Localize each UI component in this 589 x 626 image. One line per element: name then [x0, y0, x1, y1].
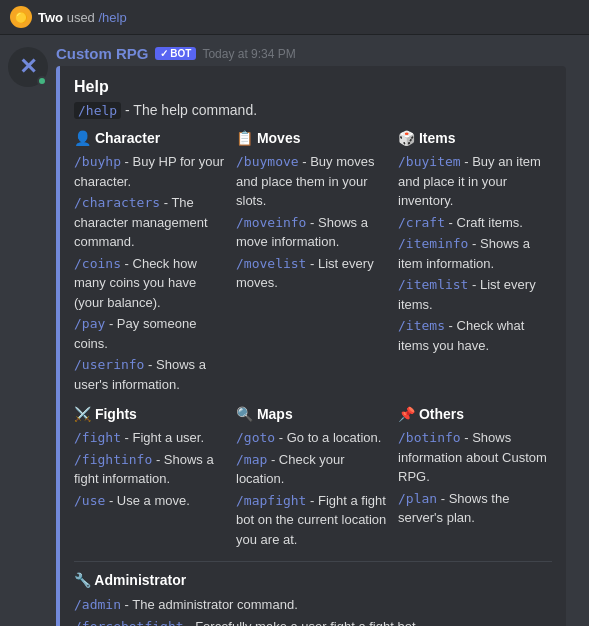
- section-title-maps: 🔍 Maps: [236, 406, 390, 422]
- embed-title: Help: [74, 78, 552, 96]
- username: Two: [38, 10, 63, 25]
- bot-name: Custom RPG: [56, 45, 149, 62]
- bot-avatar: ✕: [8, 47, 48, 87]
- help-command-desc: /help - The help command.: [74, 102, 552, 118]
- section-title-character: 👤 Character: [74, 130, 228, 146]
- section-title-fights: ⚔️ Fights: [74, 406, 228, 422]
- section-title-others: 📌 Others: [398, 406, 552, 422]
- section-item: /pay - Pay someone coins.: [74, 314, 228, 353]
- top-bar-message: Two used /help: [38, 10, 127, 25]
- bot-avatar-icon: ✕: [19, 54, 37, 80]
- command-code: /mapfight: [236, 493, 306, 508]
- section-item: /buyhp - Buy HP for your character.: [74, 152, 228, 191]
- section-item: /craft - Craft items.: [398, 213, 552, 233]
- message-area: ✕ Custom RPG ✓ BOT Today at 9:34 PM Help…: [0, 35, 589, 626]
- command-code: /map: [236, 452, 267, 467]
- admin-item: /forcebotfight - Forcefully make a user …: [74, 616, 552, 626]
- section-item: /fight - Fight a user.: [74, 428, 228, 448]
- section-item: /iteminfo - Shows a item information.: [398, 234, 552, 273]
- admin-item: /admin - The administrator command.: [74, 594, 552, 616]
- command-code: /goto: [236, 430, 275, 445]
- section-item: /coins - Check how many coins you have (…: [74, 254, 228, 313]
- command-code: /buyitem: [398, 154, 461, 169]
- help-embed: Help /help - The help command. 👤 Charact…: [56, 66, 566, 626]
- section-item: /use - Use a move.: [74, 491, 228, 511]
- command-code: /botinfo: [398, 430, 461, 445]
- section-items: 🎲 Items/buyitem - Buy an item and place …: [398, 130, 552, 394]
- section-item: /map - Check your location.: [236, 450, 390, 489]
- admin-cmd-code: /forcebotfight: [74, 619, 184, 626]
- section-maps: 🔍 Maps/goto - Go to a location./map - Ch…: [236, 406, 390, 549]
- section-item: /movelist - List every moves.: [236, 254, 390, 293]
- command-code: /coins: [74, 256, 121, 271]
- bot-header: Custom RPG ✓ BOT Today at 9:34 PM: [56, 45, 569, 62]
- section-item: /items - Check what items you have.: [398, 316, 552, 355]
- command-code: /userinfo: [74, 357, 144, 372]
- section-others: 📌 Others/botinfo - Shows information abo…: [398, 406, 552, 549]
- section-title-items: 🎲 Items: [398, 130, 552, 146]
- avatar-col: ✕: [0, 45, 56, 626]
- section-item: /moveinfo - Shows a move information.: [236, 213, 390, 252]
- section-item: /itemlist - List every items.: [398, 275, 552, 314]
- section-item: /botinfo - Shows information about Custo…: [398, 428, 552, 487]
- user-avatar: 🟡: [10, 6, 32, 28]
- command-code: /fight: [74, 430, 121, 445]
- section-item: /fightinfo - Shows a fight information.: [74, 450, 228, 489]
- sections-grid: 👤 Character/buyhp - Buy HP for your char…: [74, 130, 552, 549]
- command-code: /use: [74, 493, 105, 508]
- command-code: /iteminfo: [398, 236, 468, 251]
- section-item: /goto - Go to a location.: [236, 428, 390, 448]
- command-code: /pay: [74, 316, 105, 331]
- command-text: /help: [98, 10, 126, 25]
- section-item: /mapfight - Fight a fight bot on the cur…: [236, 491, 390, 550]
- command-code: /craft: [398, 215, 445, 230]
- command-code: /buymove: [236, 154, 299, 169]
- admin-title: 🔧 Administrator: [74, 572, 552, 588]
- command-code: /moveinfo: [236, 215, 306, 230]
- section-title-moves: 📋 Moves: [236, 130, 390, 146]
- top-bar: 🟡 Two used /help: [0, 0, 589, 35]
- command-code: /movelist: [236, 256, 306, 271]
- command-code: /items: [398, 318, 445, 333]
- section-item: /buyitem - Buy an item and place it in y…: [398, 152, 552, 211]
- section-item: /userinfo - Shows a user's information.: [74, 355, 228, 394]
- bot-badge: ✓ BOT: [155, 47, 197, 60]
- command-code: /buyhp: [74, 154, 121, 169]
- admin-section: 🔧 Administrator/admin - The administrato…: [74, 561, 552, 626]
- section-fights: ⚔️ Fights/fight - Fight a user./fightinf…: [74, 406, 228, 549]
- help-cmd-code: /help: [74, 102, 121, 119]
- section-item: /buymove - Buy moves and place them in y…: [236, 152, 390, 211]
- section-character: 👤 Character/buyhp - Buy HP for your char…: [74, 130, 228, 394]
- admin-cmd-code: /admin: [74, 597, 121, 612]
- online-indicator: [37, 76, 47, 86]
- message-content: Custom RPG ✓ BOT Today at 9:34 PM Help /…: [56, 45, 579, 626]
- section-item: /characters - The character management c…: [74, 193, 228, 252]
- command-code: /plan: [398, 491, 437, 506]
- command-code: /fightinfo: [74, 452, 152, 467]
- command-code: /characters: [74, 195, 160, 210]
- section-item: /plan - Shows the server's plan.: [398, 489, 552, 528]
- help-cmd-text: - The help command.: [125, 102, 257, 118]
- message-timestamp: Today at 9:34 PM: [202, 47, 295, 61]
- section-moves: 📋 Moves/buymove - Buy moves and place th…: [236, 130, 390, 394]
- command-code: /itemlist: [398, 277, 468, 292]
- action-text: used: [67, 10, 95, 25]
